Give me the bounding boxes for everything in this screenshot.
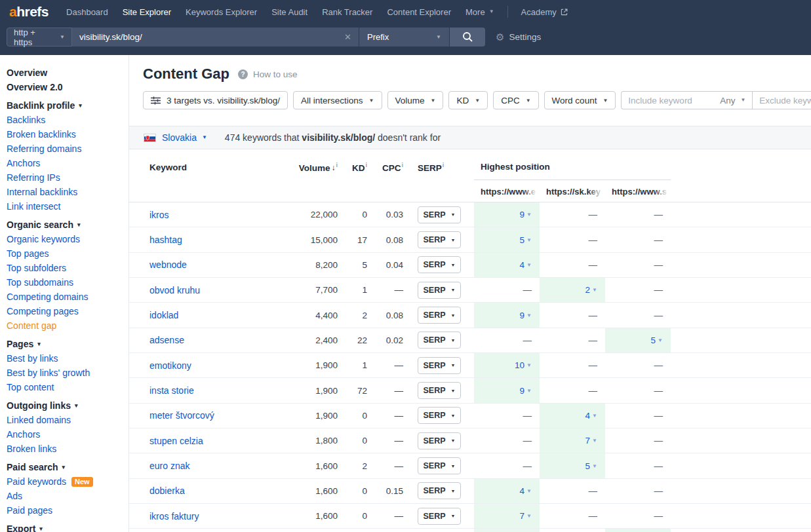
- protocol-select[interactable]: http + https▼: [7, 28, 72, 47]
- position-cell-1[interactable]: 7▼: [474, 504, 540, 528]
- sidebar-section-export[interactable]: Export▾: [7, 522, 129, 532]
- serp-button[interactable]: SERP▼: [418, 508, 461, 525]
- nav-academy[interactable]: Academy: [514, 0, 575, 24]
- sidebar-item-top-subdomains[interactable]: Top subdomains: [7, 275, 129, 290]
- sidebar-section-pages[interactable]: Pages▾: [7, 337, 129, 351]
- position-cell-1[interactable]: 5▼: [474, 227, 540, 252]
- sidebar-item-referring-ips[interactable]: Referring IPs: [7, 170, 129, 185]
- serp-button[interactable]: SERP▼: [418, 357, 461, 374]
- nav-item-dashboard[interactable]: Dashboard: [59, 0, 115, 24]
- position-cell-3[interactable]: 10▼: [605, 529, 671, 532]
- sidebar-item-content-gap[interactable]: Content gap: [7, 318, 129, 333]
- keyword-link[interactable]: insta storie: [149, 385, 194, 396]
- keyword-link[interactable]: hashtag: [149, 235, 182, 245]
- sidebar-section-paid-search[interactable]: Paid search▾: [7, 460, 129, 474]
- include-mode-select[interactable]: Any▼: [720, 96, 745, 105]
- target-column-1[interactable]: https://www.e: [474, 185, 540, 197]
- position-cell-2[interactable]: 5▼: [540, 453, 605, 478]
- nav-item-keywords-explorer[interactable]: Keywords Explorer: [178, 0, 264, 24]
- sidebar-item-broken-links[interactable]: Broken links: [7, 442, 129, 456]
- serp-button[interactable]: SERP▼: [418, 407, 461, 424]
- serp-button[interactable]: SERP▼: [418, 307, 461, 324]
- serp-button[interactable]: SERP▼: [418, 432, 461, 449]
- keyword-link[interactable]: idoklad: [149, 310, 178, 320]
- sidebar-section-organic-search[interactable]: Organic search▾: [7, 218, 129, 232]
- serp-button[interactable]: SERP▼: [418, 457, 461, 474]
- serp-button[interactable]: SERP▼: [418, 282, 461, 299]
- keyword-link[interactable]: meter štvorcový: [149, 410, 214, 421]
- sidebar-item-anchors[interactable]: Anchors: [7, 427, 129, 442]
- how-to-use-link[interactable]: How to use: [253, 69, 298, 79]
- country-select[interactable]: Slovakia▼: [162, 132, 207, 143]
- serp-button[interactable]: SERP▼: [418, 206, 461, 223]
- search-button[interactable]: [450, 28, 485, 47]
- position-cell-1[interactable]: 4▼: [474, 529, 540, 532]
- sidebar-item-backlinks[interactable]: Backlinks: [7, 113, 129, 127]
- position-cell-1[interactable]: 9▼: [474, 303, 540, 327]
- sidebar-item-paid-keywords[interactable]: Paid keywordsNew: [7, 474, 129, 489]
- nav-item-more[interactable]: More▼: [458, 0, 502, 24]
- position-cell-2[interactable]: 7▼: [540, 428, 605, 453]
- nav-item-site-explorer[interactable]: Site Explorer: [115, 0, 178, 24]
- sidebar-item-referring-domains[interactable]: Referring domains: [7, 142, 129, 156]
- position-cell-1[interactable]: 9▼: [474, 202, 540, 227]
- mode-select[interactable]: Prefix▼: [359, 28, 449, 47]
- sidebar-item-organic-keywords[interactable]: Organic keywords: [7, 232, 129, 246]
- sidebar-item-internal-backlinks[interactable]: Internal backlinks: [7, 185, 129, 199]
- sidebar-item-linked-domains[interactable]: Linked domains: [7, 413, 129, 427]
- keyword-link[interactable]: webnode: [149, 259, 187, 270]
- sidebar-item-top-content[interactable]: Top content: [7, 380, 129, 394]
- sidebar-item-competing-pages[interactable]: Competing pages: [7, 304, 129, 318]
- sidebar-item-overview[interactable]: Overview: [7, 66, 129, 80]
- filter-kd[interactable]: KD▼: [448, 91, 488, 109]
- keyword-link[interactable]: adsense: [149, 335, 184, 345]
- filter-word-count[interactable]: Word count▼: [544, 91, 616, 109]
- sidebar-item-anchors[interactable]: Anchors: [7, 156, 129, 170]
- sidebar-section-outgoing-links[interactable]: Outgoing links▾: [7, 398, 129, 413]
- keyword-link[interactable]: stupen celzia: [149, 436, 203, 446]
- keyword-link[interactable]: ikros faktury: [149, 511, 199, 522]
- sidebar-item-best-by-links[interactable]: Best by links: [7, 351, 129, 366]
- serp-button[interactable]: SERP▼: [418, 256, 461, 273]
- sidebar-item-best-by-links-growth[interactable]: Best by links' growth: [7, 366, 129, 380]
- keyword-link[interactable]: ikros: [149, 210, 169, 220]
- position-cell-1[interactable]: 4▼: [474, 479, 540, 503]
- keyword-link[interactable]: obvod kruhu: [149, 285, 200, 295]
- help-icon[interactable]: ?: [238, 69, 248, 79]
- sidebar-section-backlink-profile[interactable]: Backlink profile▾: [7, 98, 129, 113]
- targets-filter-button[interactable]: 3 targets vs. visibility.sk/blog/: [143, 91, 288, 109]
- keyword-link[interactable]: dobierka: [149, 485, 185, 496]
- target-url-input[interactable]: visibility.sk/blog/✕: [72, 28, 359, 47]
- include-keyword-input[interactable]: Include keyword Any▼: [621, 91, 752, 109]
- column-header-volume[interactable]: Volume↓i: [287, 162, 338, 173]
- serp-button[interactable]: SERP▼: [418, 382, 461, 399]
- ahrefs-logo[interactable]: ahrefs: [9, 4, 49, 20]
- filter-cpc[interactable]: CPC▼: [493, 91, 538, 109]
- position-cell-3[interactable]: 5▼: [605, 328, 671, 352]
- position-cell-2[interactable]: 2▼: [540, 278, 605, 302]
- exclude-keyword-input[interactable]: Exclude keyword: [752, 91, 811, 109]
- column-header-kd[interactable]: KDi: [338, 162, 367, 173]
- position-cell-1[interactable]: 9▼: [474, 378, 540, 402]
- sidebar-item-ads[interactable]: Ads: [7, 489, 129, 503]
- settings-button[interactable]: ⚙Settings: [496, 32, 541, 42]
- sidebar-item-link-intersect[interactable]: Link intersect: [7, 199, 129, 214]
- filter-all-intersections[interactable]: All intersections▼: [293, 91, 382, 109]
- nav-item-site-audit[interactable]: Site Audit: [264, 0, 315, 24]
- serp-button[interactable]: SERP▼: [418, 482, 461, 499]
- keyword-link[interactable]: euro znak: [149, 461, 189, 471]
- nav-item-rank-tracker[interactable]: Rank Tracker: [315, 0, 380, 24]
- sidebar-item-competing-domains[interactable]: Competing domains: [7, 290, 129, 304]
- sidebar-item-paid-pages[interactable]: Paid pages: [7, 503, 129, 518]
- serp-button[interactable]: SERP▼: [418, 332, 461, 349]
- sidebar-item-overview-2-0[interactable]: Overview 2.0: [7, 80, 129, 94]
- column-header-keyword[interactable]: Keyword: [129, 162, 287, 172]
- sidebar-item-broken-backlinks[interactable]: Broken backlinks: [7, 127, 129, 142]
- clear-input-icon[interactable]: ✕: [344, 32, 351, 42]
- serp-button[interactable]: SERP▼: [418, 231, 461, 248]
- position-cell-1[interactable]: 10▼: [474, 353, 540, 377]
- position-cell-2[interactable]: 4▼: [540, 404, 605, 428]
- target-column-2[interactable]: https://sk.key: [540, 185, 605, 197]
- filter-volume[interactable]: Volume▼: [387, 91, 444, 109]
- sidebar-item-top-pages[interactable]: Top pages: [7, 246, 129, 261]
